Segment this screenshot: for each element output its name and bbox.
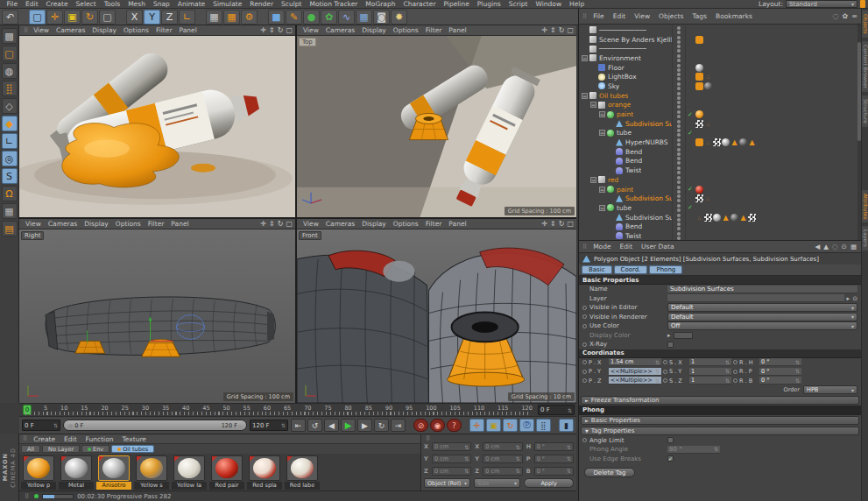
anim-dot-icon[interactable] — [582, 314, 587, 319]
display-color-swatch[interactable] — [674, 332, 693, 339]
expander-icon[interactable]: − — [599, 187, 605, 193]
transport-button[interactable]: ↺ — [307, 419, 322, 432]
object-manager-icon[interactable]: ✿ — [843, 12, 849, 20]
toolbar-icon[interactable]: Z — [161, 10, 178, 25]
range-end-field[interactable]: 120 F⇅ — [250, 420, 288, 431]
object-row[interactable]: Bend — [579, 222, 861, 231]
menu-item[interactable]: File — [3, 0, 22, 8]
viewport-nav-icon[interactable]: ✛ — [260, 220, 266, 228]
viewport-nav-icon[interactable]: ⇕ — [269, 220, 275, 228]
stepper-icon[interactable]: ⇅ — [567, 468, 571, 474]
object-row[interactable]: − Environment — [579, 53, 861, 63]
layout-select[interactable]: Standard▾ — [786, 0, 857, 8]
stepper-icon[interactable]: ⇅ — [567, 444, 571, 450]
transport-button[interactable]: ◉ — [430, 419, 445, 432]
viewport-nav-icon[interactable]: ⇕ — [550, 26, 556, 34]
sds-weight-tag-icon[interactable] — [695, 120, 703, 128]
mode-icon[interactable]: Ω — [2, 186, 18, 201]
material-name-label[interactable]: Anisotro — [96, 482, 131, 490]
anim-dot-icon[interactable] — [582, 370, 587, 374]
transport-button[interactable]: Ⓟ — [519, 419, 534, 432]
object-name[interactable]: Environment — [599, 54, 641, 62]
dock-tab[interactable]: Objects — [862, 11, 868, 38]
object-name[interactable]: Bend — [625, 222, 642, 230]
transport-button[interactable]: ▶ — [341, 419, 356, 432]
visibility-dots[interactable] — [672, 157, 686, 166]
object-name[interactable]: Bend — [625, 148, 642, 156]
object-name[interactable]: Subdivision Surfaces — [625, 214, 672, 222]
position-y-field[interactable]: <<Multiple>>⇅ — [609, 368, 661, 376]
slider-handle-icon[interactable]: ● — [68, 422, 73, 428]
stepper-icon[interactable]: ⇅ — [464, 444, 469, 450]
material-tag-icon[interactable] — [704, 82, 712, 90]
mode-icon[interactable]: S — [2, 168, 18, 184]
material-name-label[interactable]: Metal — [59, 482, 94, 490]
grip-icon[interactable]: ⠿ — [581, 13, 589, 20]
position-z-field[interactable]: <<Multiple>>⇅ — [609, 377, 661, 385]
object-name[interactable]: tube — [617, 129, 632, 137]
viewport-canvas-right[interactable]: Right Grid Spacing : 100 cm — [19, 229, 295, 403]
dots-tag-icon[interactable]: ∴ — [695, 214, 703, 222]
target-tag-icon[interactable] — [695, 73, 703, 81]
material-name-label[interactable]: Red labe — [285, 482, 320, 490]
visibility-dots[interactable] — [672, 35, 686, 45]
visibility-dots[interactable] — [672, 81, 686, 91]
toolbar-icon[interactable]: ◙ — [373, 10, 390, 25]
viewport-menu-item[interactable]: Panel — [175, 26, 200, 34]
viewport-menu-item[interactable]: Cameras — [322, 220, 358, 228]
visibility-dots[interactable] — [672, 91, 686, 101]
visibility-dots[interactable] — [672, 138, 686, 147]
viewport-menu-item[interactable]: View — [30, 26, 53, 34]
object-type-icon[interactable] — [589, 92, 596, 99]
phong-angle-field[interactable]: 80 °⇅ — [667, 446, 720, 454]
menu-item[interactable]: MoGraph — [362, 0, 399, 8]
transport-button[interactable]: ▶ — [357, 419, 372, 432]
angle-limit-checkbox[interactable] — [667, 437, 674, 443]
material-tile[interactable]: Red labe — [285, 455, 320, 490]
material-name-label[interactable]: Yellow s — [134, 482, 169, 490]
object-row[interactable]: Subdivision Surfaces ∴▲▲ — [579, 213, 861, 222]
material-menu-item[interactable]: Function — [81, 435, 118, 443]
object-name[interactable]: Floor — [608, 64, 625, 72]
toolbar-icon[interactable]: ✸ — [391, 10, 407, 25]
toolbar-icon[interactable] — [19, 10, 28, 25]
material-tile[interactable]: Anisotro — [96, 455, 131, 490]
viewport-nav-icon[interactable]: ✛ — [260, 26, 266, 34]
viewport-menu-item[interactable]: Options — [390, 26, 422, 34]
viewport-menu-item[interactable]: View — [22, 220, 45, 228]
transport-button[interactable] — [407, 419, 412, 432]
coordinate-field[interactable]: 0 °⇅ — [534, 442, 574, 451]
menu-item[interactable]: Animate — [173, 0, 208, 8]
object-name[interactable]: HyperNURBS — [625, 138, 668, 146]
visibility-dots[interactable] — [672, 119, 686, 129]
menu-item[interactable]: Select — [72, 0, 100, 8]
dock-tab[interactable]: Attributes — [862, 190, 868, 223]
transport-button[interactable]: ▮ — [559, 419, 574, 432]
visibility-dots[interactable] — [672, 129, 686, 138]
viewport-menu-item[interactable]: Panel — [445, 220, 469, 228]
visibility-dots[interactable] — [672, 72, 686, 81]
toolbar-icon[interactable]: ▦ — [206, 10, 222, 25]
object-name[interactable]: red — [608, 176, 618, 184]
toolbar-icon[interactable]: ∿ — [338, 10, 355, 25]
anim-dot-icon[interactable] — [582, 324, 587, 328]
visibility-dots[interactable] — [672, 147, 686, 157]
object-manager-menu-item[interactable]: Bookmarks — [711, 12, 757, 20]
object-row[interactable]: ──────────── — [579, 25, 861, 35]
frame-ruler[interactable]: 0510152025303540455055606570758085909510… — [21, 404, 535, 416]
viewport-nav-icon[interactable]: ▢ — [286, 220, 293, 228]
object-type-icon[interactable] — [616, 232, 623, 239]
visibility-dots[interactable] — [672, 213, 686, 222]
anim-dot-icon[interactable] — [733, 360, 737, 364]
expand-arrow-icon[interactable]: ▸ — [667, 332, 671, 339]
toolbar-icon[interactable]: ▢ — [99, 10, 116, 25]
material-thumbnail[interactable] — [60, 455, 92, 481]
material-thumbnail[interactable] — [23, 455, 54, 481]
visibility-dots[interactable] — [672, 44, 686, 53]
object-manager-icon[interactable]: ◌ — [833, 12, 839, 20]
phong-section-header[interactable]: Phong — [579, 406, 861, 415]
object-type-icon[interactable] — [598, 74, 605, 81]
layer-tab[interactable]: Oil tubes — [111, 445, 154, 453]
object-manager-menu-item[interactable]: Objects — [654, 12, 688, 20]
object-row[interactable]: − paint ✓ — [579, 109, 861, 119]
